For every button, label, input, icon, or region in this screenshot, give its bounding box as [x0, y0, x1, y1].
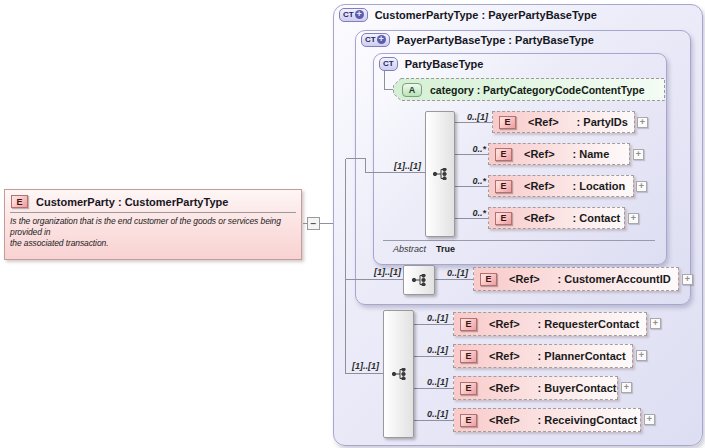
row-cardinality: 0..* — [450, 208, 486, 218]
element-ref-name[interactable]: E <Ref> : Name — [488, 143, 630, 165]
row-cardinality: 0..[1] — [428, 268, 468, 278]
element-ref-requester-contact[interactable]: E <Ref> : RequesterContact — [453, 312, 647, 336]
ref-label: <Ref> — [528, 116, 559, 128]
ref-label: <Ref> — [524, 212, 555, 224]
ref-name: : Contact — [573, 212, 621, 224]
element-icon: E — [499, 116, 516, 129]
row-cardinality: 0..[1] — [408, 313, 448, 323]
ref-name: : BuyerContact — [538, 382, 617, 394]
sequence-icon — [412, 274, 426, 286]
ref-label: <Ref> — [489, 414, 520, 426]
type-title: CustomerPartyType : PayerPartyBaseType — [375, 9, 597, 21]
ref-label: <Ref> — [524, 148, 555, 160]
row-cardinality: 0..[1] — [408, 345, 448, 355]
element-icon: E — [460, 382, 477, 395]
element-icon: E — [460, 414, 477, 427]
complex-type-icon: CT — [379, 57, 398, 71]
ref-label: <Ref> — [489, 350, 520, 362]
expand-toggle[interactable]: + — [621, 382, 632, 393]
expand-toggle[interactable]: + — [633, 149, 644, 160]
complex-type-derived-icon: CT + — [339, 8, 368, 22]
element-ref-location[interactable]: E <Ref> : Location — [488, 175, 634, 197]
attribute-label: category : PartyCategoryCodeContentType — [430, 84, 645, 96]
header-customer-party-type: CT + CustomerPartyType : PayerPartyBaseT… — [339, 7, 597, 22]
ref-label: <Ref> — [489, 382, 520, 394]
ref-name: : CustomerAccountID — [558, 273, 671, 285]
group-cardinality: [1]..[1] — [361, 267, 401, 277]
expand-toggle[interactable]: + — [644, 414, 655, 425]
element-icon: E — [495, 212, 512, 225]
row-cardinality: 0..[1] — [408, 377, 448, 387]
expand-toggle[interactable]: + — [637, 117, 648, 128]
collapse-toggle[interactable]: − — [307, 217, 320, 230]
attribute-icon: A — [402, 83, 422, 97]
derived-plus-badge: + — [377, 35, 386, 44]
row-cardinality: 0..[1] — [448, 112, 488, 122]
element-ref-contact[interactable]: E <Ref> : Contact — [488, 207, 625, 229]
header-party-base-type: CT PartyBaseType — [379, 56, 483, 71]
abstract-label: Abstract — [393, 244, 426, 254]
element-icon: E — [460, 350, 477, 363]
ref-name: : ReceivingContact — [538, 414, 638, 426]
element-icon: E — [460, 318, 477, 331]
ct-letters: CT — [383, 59, 394, 68]
abstract-value: True — [436, 244, 455, 254]
complex-type-derived-icon: CT + — [361, 33, 390, 47]
sequence-icon — [433, 168, 447, 180]
derived-plus-badge: + — [355, 10, 364, 19]
element-ref-planner-contact[interactable]: E <Ref> : PlannerContact — [453, 344, 633, 368]
expand-toggle[interactable]: + — [636, 350, 647, 361]
element-ref-party-ids[interactable]: E <Ref> : PartyIDs — [492, 111, 635, 133]
element-ref-buyer-contact[interactable]: E <Ref> : BuyerContact — [453, 376, 618, 400]
group-cardinality: [1]..[1] — [339, 361, 379, 371]
element-icon: E — [480, 273, 497, 286]
element-customer-party[interactable]: E CustomerParty : CustomerPartyType Is t… — [4, 189, 302, 260]
ref-label: <Ref> — [509, 273, 540, 285]
ref-name: : RequesterContact — [538, 318, 639, 330]
expand-toggle[interactable]: + — [682, 274, 693, 285]
element-description: Is the organization that is the end cust… — [5, 213, 301, 249]
ref-name: : Name — [573, 148, 610, 160]
element-icon: E — [11, 195, 28, 208]
ref-name: : PartyIDs — [577, 116, 628, 128]
expand-toggle[interactable]: + — [636, 181, 647, 192]
ct-letters: CT — [343, 10, 354, 19]
row-cardinality: 0..[1] — [408, 409, 448, 419]
ref-label: <Ref> — [489, 318, 520, 330]
type-title: PartyBaseType — [405, 58, 484, 70]
ref-name: : Location — [573, 180, 626, 192]
element-ref-customer-account-id[interactable]: E <Ref> : CustomerAccountID — [473, 267, 679, 291]
ct-letters: CT — [365, 35, 376, 44]
expand-toggle[interactable]: + — [628, 213, 639, 224]
element-title: CustomerParty : CustomerPartyType — [36, 196, 228, 208]
row-cardinality: 0..* — [450, 176, 486, 186]
sequence-icon — [392, 368, 406, 380]
group-cardinality: [1]..[1] — [381, 161, 421, 171]
type-title: PayerPartyBaseType : PartyBaseType — [397, 34, 594, 46]
sequence-compositor — [425, 111, 455, 237]
ref-label: <Ref> — [524, 180, 555, 192]
row-cardinality: 0..* — [450, 144, 486, 154]
element-icon: E — [495, 180, 512, 193]
expand-toggle[interactable]: + — [650, 318, 661, 329]
ref-name: : PlannerContact — [538, 350, 626, 362]
xsd-diagram: CT + CustomerPartyType : PayerPartyBaseT… — [0, 0, 705, 448]
header-payer-party-base-type: CT + PayerPartyBaseType : PartyBaseType — [361, 32, 594, 47]
attribute-category[interactable]: A category : PartyCategoryCodeContentTyp… — [393, 78, 665, 101]
element-ref-receiving-contact[interactable]: E <Ref> : ReceivingContact — [453, 408, 641, 432]
element-icon: E — [495, 148, 512, 161]
